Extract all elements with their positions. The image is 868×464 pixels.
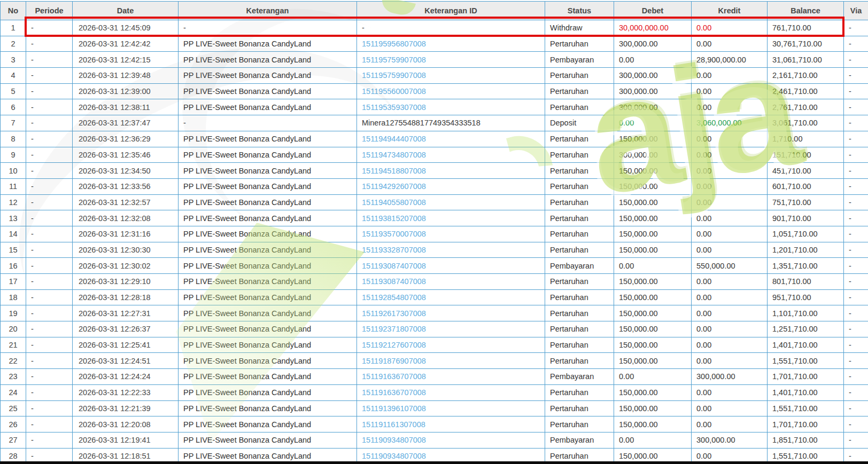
cell-keterangan-id[interactable]: 151194944407008: [357, 131, 545, 147]
cell-no: 2: [1, 36, 26, 52]
cell-debet: 150,000.00: [614, 210, 692, 226]
cell-no: 11: [1, 178, 26, 194]
transaction-id-link: 151192371807008: [362, 325, 426, 333]
cell-keterangan-id[interactable]: 151191636707008: [357, 369, 545, 385]
cell-kredit: 0.00: [692, 83, 768, 99]
cell-keterangan-id[interactable]: 151192854807008: [357, 289, 545, 305]
cell-periode: -: [26, 289, 73, 305]
cell-via: -: [844, 194, 868, 210]
transaction-id-link: 151191876907008: [362, 357, 426, 365]
table-row: 9-2026-03-31 12:35:46PP LIVE-Sweet Bonan…: [1, 147, 868, 163]
cell-periode: -: [26, 258, 73, 274]
cell-keterangan-id[interactable]: 151193087407008: [357, 274, 545, 290]
cell-keterangan-id[interactable]: 151191876907008: [357, 353, 545, 369]
cell-via: -: [844, 305, 868, 321]
table-row: 18-2026-03-31 12:28:18PP LIVE-Sweet Bona…: [1, 289, 868, 305]
cell-kredit: 0.00: [692, 194, 768, 210]
transaction-history-screen: No Periode Date Keterangan Keterangan ID…: [0, 0, 868, 464]
cell-keterangan-id[interactable]: 151193328707008: [357, 242, 545, 258]
cell-balance: 751,710.00: [768, 194, 844, 210]
cell-keterangan-id[interactable]: 151190934807008: [357, 432, 545, 448]
cell-keterangan-id[interactable]: 151194518807008: [357, 163, 545, 179]
cell-periode: -: [26, 210, 73, 226]
transaction-id-link: 151195759907008: [362, 71, 426, 80]
cell-via: -: [844, 321, 868, 337]
cell-kredit: 0.00: [692, 99, 768, 115]
cell-keterangan-id[interactable]: 151195956807008: [357, 36, 545, 52]
cell-status: Pertaruhan: [545, 289, 614, 305]
cell-debet: 30,000,000.00: [614, 20, 692, 36]
cell-keterangan: PP LIVE-Sweet Bonanza CandyLand: [179, 353, 357, 369]
cell-kredit: 0.00: [692, 131, 768, 147]
cell-keterangan-id[interactable]: 151195759907008: [357, 52, 545, 68]
cell-keterangan: PP LIVE-Sweet Bonanza CandyLand: [179, 258, 357, 274]
cell-via: -: [844, 147, 868, 163]
cell-date: 2026-03-31 12:27:31: [73, 305, 179, 321]
cell-balance: 1,701,710.00: [768, 369, 844, 385]
cell-balance: 3,061,710.00: [768, 115, 844, 131]
cell-balance: 1,401,710.00: [768, 384, 844, 400]
cell-date: 2026-03-31 12:35:46: [73, 147, 179, 163]
cell-kredit: 550,000.00: [692, 258, 768, 274]
cell-status: Pertaruhan: [545, 226, 614, 242]
cell-balance: 1,351,710.00: [768, 258, 844, 274]
cell-debet: 150,000.00: [614, 194, 692, 210]
cell-no: 5: [1, 83, 26, 99]
cell-debet: 300,000.00: [614, 83, 692, 99]
cell-periode: -: [26, 131, 73, 147]
transaction-id-link: 151194734807008: [362, 151, 426, 159]
table-row: 10-2026-03-31 12:34:50PP LIVE-Sweet Bona…: [1, 163, 868, 179]
cell-no: 7: [1, 115, 26, 131]
cell-date: 2026-03-31 12:32:08: [73, 210, 179, 226]
cell-keterangan-id[interactable]: 151191636707008: [357, 384, 545, 400]
cell-balance: 801,710.00: [768, 274, 844, 290]
cell-keterangan-id[interactable]: 151193087407008: [357, 258, 545, 274]
cell-via: -: [844, 369, 868, 385]
cell-keterangan-id[interactable]: 151195759907008: [357, 68, 545, 84]
cell-keterangan: PP LIVE-Sweet Bonanza CandyLand: [179, 52, 357, 68]
cell-date: 2026-03-31 12:24:24: [73, 369, 179, 385]
cell-date: 2026-03-31 12:32:57: [73, 194, 179, 210]
cell-status: Pertaruhan: [545, 131, 614, 147]
cell-keterangan-id[interactable]: 151194055807008: [357, 194, 545, 210]
cell-keterangan-id[interactable]: 151191396107008: [357, 400, 545, 416]
cell-keterangan-id[interactable]: 151192127607008: [357, 337, 545, 353]
cell-keterangan-id[interactable]: 151193570007008: [357, 226, 545, 242]
cell-status: Deposit: [545, 115, 614, 131]
cell-via: -: [844, 400, 868, 416]
cell-keterangan-id[interactable]: 151195359307008: [357, 99, 545, 115]
cell-keterangan-id[interactable]: 151194734807008: [357, 147, 545, 163]
table-row: 14-2026-03-31 12:31:16PP LIVE-Sweet Bona…: [1, 226, 868, 242]
cell-balance: 1,401,710.00: [768, 337, 844, 353]
cell-kredit: 300,000.00: [692, 369, 768, 385]
cell-status: Pertaruhan: [545, 194, 614, 210]
cell-keterangan-id[interactable]: 151192617307008: [357, 305, 545, 321]
cell-no: 16: [1, 258, 26, 274]
cell-date: 2026-03-31 12:37:47: [73, 115, 179, 131]
cell-keterangan-id[interactable]: 151195560007008: [357, 83, 545, 99]
cell-keterangan-id[interactable]: 151194292607008: [357, 178, 545, 194]
cell-kredit: 0.00: [692, 20, 768, 36]
cell-keterangan-id[interactable]: 151192371807008: [357, 321, 545, 337]
cell-balance: 1,201,710.00: [768, 242, 844, 258]
cell-keterangan-id: Minera1275548817749354333518: [357, 115, 545, 131]
transaction-id-link: 151195560007008: [362, 87, 426, 96]
cell-balance: 31,061,710.00: [768, 52, 844, 68]
cell-status: Pertaruhan: [545, 178, 614, 194]
cell-date: 2026-03-31 12:36:29: [73, 131, 179, 147]
cell-status: Pembayaran: [545, 432, 614, 448]
cell-periode: -: [26, 36, 73, 52]
cell-no: 8: [1, 131, 26, 147]
cell-periode: -: [26, 353, 73, 369]
cell-keterangan: PP LIVE-Sweet Bonanza CandyLand: [179, 274, 357, 290]
column-header-periode: Periode: [26, 2, 73, 20]
cell-status: Pertaruhan: [545, 242, 614, 258]
cell-keterangan-id[interactable]: 151193815207008: [357, 210, 545, 226]
table-row: 26-2026-03-31 12:20:08PP LIVE-Sweet Bona…: [1, 416, 868, 432]
cell-no: 1: [1, 20, 26, 36]
cell-kredit: 0.00: [692, 337, 768, 353]
cell-balance: 2,161,710.00: [768, 68, 844, 84]
cell-status: Pertaruhan: [545, 400, 614, 416]
cell-no: 22: [1, 353, 26, 369]
cell-keterangan-id[interactable]: 151191161307008: [357, 416, 545, 432]
